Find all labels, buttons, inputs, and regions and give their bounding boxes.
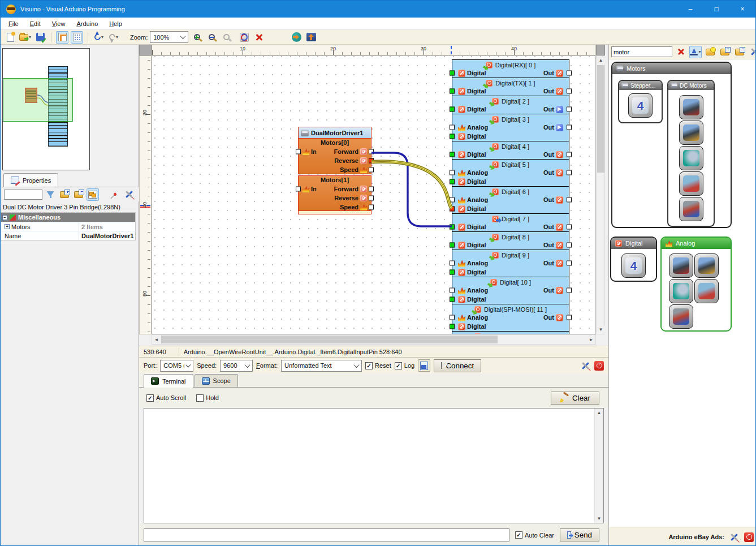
horizontal-scroll-thumb[interactable] [161, 336, 498, 343]
scroll-up-arrow[interactable]: ▲ [595, 409, 603, 417]
wizard-dropdown-icon[interactable]: ▾ [698, 49, 701, 54]
board-pin-row[interactable]: Digital[ 2 ]DigitalOut [452, 96, 569, 114]
overview-viewport-rect[interactable] [3, 78, 73, 122]
dc-motors-subcategory-header[interactable]: DC Motors [668, 81, 714, 90]
board-pin-row[interactable]: Digital(TX)[ 1 ]DigitalOut [452, 78, 569, 96]
wizard-button[interactable]: ▾ [689, 46, 702, 58]
subcategory-dc-motors[interactable]: DC Motors [667, 80, 715, 227]
digital-pin-connector[interactable] [450, 207, 455, 212]
stepper-subcategory-header[interactable]: Stepper... [619, 81, 662, 90]
scroll-up-arrow[interactable]: ▲ [597, 56, 605, 65]
board-pin-row[interactable]: Digital[ 4 ]DigitalOut [452, 141, 569, 160]
properties-settings-button[interactable] [123, 188, 135, 201]
autoclear-checkbox[interactable]: ✓Auto Clear [515, 531, 554, 539]
delete-button[interactable] [253, 31, 265, 44]
collapse-icon[interactable]: − [2, 215, 7, 220]
board-pin-row[interactable]: Digital[ 8 ]DigitalOut [452, 232, 569, 250]
board-pin-row[interactable]: Digital[ 9 ]AnalogOutDigital [452, 250, 569, 277]
digital-pin-connector[interactable] [450, 179, 455, 184]
analog-pin-connector[interactable] [450, 261, 455, 266]
dc-motor-icon[interactable] [679, 146, 703, 170]
speed-combobox[interactable]: 9600 [220, 360, 253, 372]
open-project-button[interactable]: ▾ [19, 31, 32, 44]
analog-pin-connector[interactable] [450, 288, 455, 293]
digital-pin-connector[interactable] [450, 134, 455, 139]
analog-category-header[interactable]: Analog [662, 238, 731, 249]
digital-pin-connector[interactable] [450, 297, 455, 302]
out-pin-connector[interactable] [567, 125, 572, 130]
board-pin-row[interactable]: Digital[ 6 ]AnalogOutDigital [452, 187, 569, 214]
category-motors[interactable]: Motors Stepper... 4 DC Motors [611, 62, 732, 228]
board-pin-row[interactable]: Digital(SPI-MOSI)[ 11 ]AnalogOutDigital [452, 304, 569, 332]
log-checkbox[interactable]: ✓Log [395, 362, 414, 369]
motor-driver-gear-icon[interactable] [694, 253, 719, 278]
checkbox-checked-icon[interactable]: ✓ [395, 362, 402, 369]
menu-edit[interactable]: Edit [24, 19, 46, 29]
board-pin-row[interactable]: Digital[ 10 ]AnalogOutDigital [452, 277, 569, 304]
zoom-in-button[interactable] [191, 31, 203, 44]
motor-section[interactable]: Motors[0]InForwardReverseSpeed [298, 139, 371, 174]
tab-terminal[interactable]: Terminal [144, 374, 193, 388]
out-pin-connector[interactable] [567, 261, 572, 266]
output-pin-connector[interactable] [369, 187, 374, 192]
board-pin-row[interactable]: Digital(RX)[ 0 ]DigitalOut [452, 60, 569, 78]
subcategory-stepper-motors[interactable]: Stepper... 4 [618, 80, 663, 123]
zoom-out-button[interactable] [205, 31, 218, 44]
digital-pin-connector[interactable] [450, 107, 455, 112]
out-pin-connector[interactable] [567, 71, 572, 76]
out-pin-connector[interactable] [567, 225, 572, 230]
analog-pin-connector[interactable] [450, 125, 455, 130]
ads-power-icon[interactable] [744, 532, 754, 542]
analog-pin-connector[interactable] [450, 170, 455, 175]
analog-pin-connector[interactable] [450, 197, 455, 203]
out-pin-connector[interactable] [567, 89, 572, 94]
vertical-scrollbar[interactable]: ▲ ▼ [596, 55, 605, 334]
log-file-button[interactable] [418, 359, 430, 372]
horizontal-scrollbar[interactable]: ◄ ► [152, 334, 596, 345]
scroll-right-arrow[interactable]: ► [587, 336, 595, 344]
driver-board-icon[interactable] [679, 171, 703, 196]
scroll-down-arrow[interactable]: ▼ [595, 514, 603, 523]
stepper-motor-icon[interactable]: 4 [621, 253, 646, 278]
component-dualmotordriver1[interactable]: DualMotorDriver1 Motors[0]InForwardRever… [298, 127, 371, 214]
redo-button[interactable]: ▾ [107, 31, 120, 44]
maximize-button[interactable]: □ [703, 1, 729, 18]
undo-dropdown-icon[interactable]: ▾ [101, 35, 103, 40]
checkbox-checked-icon[interactable]: ✓ [146, 394, 154, 402]
expand-all-button[interactable] [58, 188, 71, 201]
clear-filter-button[interactable] [675, 46, 687, 58]
undo-button[interactable]: ▾ [93, 31, 105, 44]
out-pin-connector[interactable] [567, 170, 572, 175]
collapse-all-button[interactable] [72, 188, 85, 201]
connection-settings-icon[interactable] [581, 362, 590, 370]
minimize-button[interactable]: – [677, 1, 703, 18]
redo-dropdown-icon[interactable]: ▾ [116, 35, 118, 40]
tab-properties[interactable]: Properties [3, 173, 58, 187]
properties-category-header[interactable]: − Miscellaneous [1, 213, 135, 222]
filter-button[interactable] [44, 188, 57, 201]
category-analog[interactable]: Analog [660, 237, 732, 332]
motors-category-header[interactable]: Motors [612, 63, 731, 74]
hold-checkbox[interactable]: Hold [196, 394, 219, 402]
ads-settings-icon[interactable] [730, 533, 738, 541]
stepper-motor-icon[interactable]: 4 [628, 93, 653, 118]
category-digital[interactable]: Digital 4 [610, 237, 657, 282]
new-project-button[interactable] [4, 31, 16, 44]
out-pin-connector[interactable] [567, 288, 572, 293]
robot-chassis-icon[interactable] [679, 197, 703, 221]
format-combobox[interactable]: Unformatted Text [281, 360, 362, 372]
reset-checkbox[interactable]: ✓Reset [365, 362, 391, 369]
menu-view[interactable]: View [46, 19, 71, 29]
property-row[interactable]: +Motors2 Items [1, 222, 135, 231]
close-button[interactable]: × [729, 1, 755, 18]
power-icon[interactable] [594, 361, 604, 371]
output-pin-connector[interactable] [369, 167, 374, 173]
out-pin-connector[interactable] [567, 152, 572, 157]
suggestions-button[interactable] [704, 46, 716, 58]
robot-chassis-icon[interactable] [669, 304, 693, 329]
digital-pin-connector[interactable] [450, 225, 455, 230]
digital-category-header[interactable]: Digital [611, 238, 656, 249]
digital-pin-connector[interactable] [450, 324, 455, 329]
digital-pin-connector[interactable] [450, 243, 455, 248]
compile-button[interactable] [290, 31, 303, 44]
